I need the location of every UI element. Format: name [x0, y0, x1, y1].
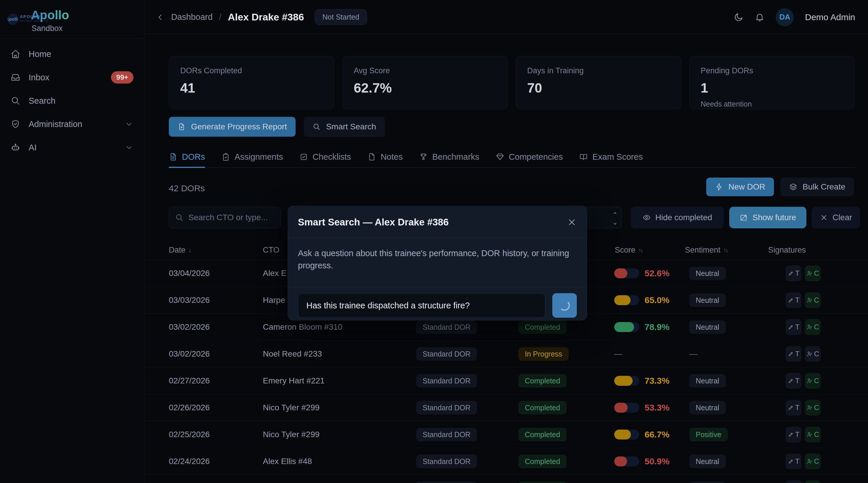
stat-card: Days in Training 70	[516, 56, 681, 109]
user-name[interactable]: Demo Admin	[805, 12, 855, 22]
column-header-date[interactable]: Date↓	[169, 240, 190, 260]
cell-sentiment: Neutral	[689, 448, 726, 475]
trainee-signature-badge[interactable]: T	[786, 427, 801, 442]
trainee-signature-badge[interactable]: T	[786, 346, 801, 362]
pencil-icon	[788, 405, 794, 411]
cell-score: 73.3%	[614, 367, 670, 394]
trainee-signature-badge[interactable]: T	[786, 400, 801, 416]
stat-value: 62.7%	[354, 80, 496, 96]
cell-date: 03/02/2026	[169, 341, 210, 367]
stat-value: 41	[180, 80, 323, 96]
theme-moon-icon[interactable]	[734, 12, 744, 22]
file-download-icon	[178, 123, 186, 131]
cto-signature-badge[interactable]: C	[805, 346, 821, 362]
table-row[interactable]: 02/24/2026 Alex Ellis #48 Standard DOR C…	[144, 448, 868, 475]
sidebar: Apollo APOLLO TRAINING CONDUCTOR Apollo …	[0, 0, 144, 483]
table-row[interactable]: 02/26/2026 Nico Tyler #299 Standard DOR …	[144, 394, 868, 421]
score-bar	[614, 268, 639, 278]
trainee-signature-badge[interactable]: T	[786, 292, 801, 308]
hide-completed-label: Hide completed	[655, 213, 712, 222]
hide-completed-button[interactable]: Hide completed	[631, 207, 724, 228]
cto-signature-badge[interactable]: C	[805, 373, 821, 389]
tab-assignments[interactable]: Assignments	[221, 147, 283, 168]
table-row[interactable]: 02/25/2026 Nico Tyler #299 Standard DOR …	[144, 421, 868, 448]
clear-label: Clear	[833, 213, 852, 222]
clear-filters-button[interactable]: Clear	[812, 207, 860, 228]
cell-sentiment: Neutral	[689, 314, 726, 341]
sidebar-item-ai[interactable]: AI	[0, 136, 144, 159]
cto-signature-badge[interactable]: C	[805, 427, 821, 442]
show-future-button[interactable]: Show future	[729, 207, 806, 228]
breadcrumb-dashboard[interactable]: Dashboard	[171, 12, 213, 22]
sidebar-item-administration[interactable]: Administration	[0, 112, 144, 136]
column-header-sentiment[interactable]: Sentiment↑↓	[685, 240, 727, 260]
cell-signatures: T C	[786, 421, 821, 448]
cell-sentiment: Neutral	[689, 367, 726, 394]
modal-footer	[288, 287, 587, 324]
cell-type: Standard DOR	[416, 421, 477, 448]
search-icon	[175, 213, 184, 222]
cto-signature-badge[interactable]: C	[805, 292, 821, 308]
table-row[interactable]: 02/27/2026 Emery Hart #221 Standard DOR …	[144, 367, 868, 394]
cell-sentiment: —	[689, 341, 698, 367]
modal-close-icon[interactable]	[567, 217, 577, 227]
table-row[interactable]: 03/02/2026 Noel Reed #233 Standard DOR I…	[144, 341, 868, 367]
trainee-signature-badge[interactable]: T	[786, 480, 801, 483]
smart-search-button[interactable]: Smart Search	[304, 117, 385, 137]
cell-type: Standard DOR	[416, 341, 477, 367]
notifications-bell-icon[interactable]	[755, 12, 765, 22]
trainee-signature-badge[interactable]: T	[786, 453, 801, 469]
table-row[interactable]: 02/23/2026 Quinn Frost #277 Standard DOR…	[144, 475, 868, 483]
cto-signature-badge[interactable]: C	[805, 453, 821, 469]
user-avatar[interactable]: DA	[776, 8, 794, 26]
cto-signature-badge[interactable]: C	[805, 265, 821, 281]
tab-checklists[interactable]: Checklists	[299, 147, 351, 168]
new-dor-button[interactable]: New DOR	[706, 178, 774, 196]
cell-type: Standard DOR	[416, 394, 477, 421]
tab-benchmarks[interactable]: Benchmarks	[419, 147, 479, 168]
cell-cto: Noel Reed #233	[263, 341, 322, 367]
clipboard-icon	[221, 153, 230, 161]
stat-note: Needs attention	[701, 100, 843, 108]
person-check-icon	[806, 405, 813, 411]
cto-signature-badge[interactable]: C	[805, 400, 821, 416]
sidebar-item-search[interactable]: Search	[0, 89, 144, 112]
sentiment-badge: Neutral	[689, 401, 726, 414]
back-chevron-icon[interactable]	[156, 13, 165, 22]
cell-date: 02/24/2026	[169, 448, 210, 475]
sentiment-badge: Neutral	[689, 293, 726, 307]
cto-search-input[interactable]	[188, 213, 275, 222]
sidebar-item-inbox[interactable]: Inbox 99+	[0, 66, 144, 89]
column-header-score[interactable]: Score↑↓	[615, 240, 643, 260]
sort-desc-icon: ↓	[188, 247, 190, 254]
select-updown-icon: ⌃⌄	[613, 211, 617, 226]
tab-exam-scores[interactable]: Exam Scores	[579, 147, 643, 168]
question-input[interactable]	[298, 293, 545, 318]
cell-score: 78.9%	[614, 314, 670, 341]
tab-label: Competencies	[509, 152, 563, 162]
stat-card: DORs Completed 41	[169, 56, 334, 109]
trainee-signature-badge[interactable]: T	[786, 373, 801, 389]
generate-progress-report-button[interactable]: Generate Progress Report	[169, 117, 296, 137]
column-header-signatures: Signatures	[768, 240, 806, 260]
cto-signature-badge[interactable]: C	[805, 319, 821, 335]
trainee-signature-badge[interactable]: T	[786, 265, 801, 281]
sidebar-item-home[interactable]: Home	[0, 42, 144, 66]
tab-dors[interactable]: DORs	[169, 147, 205, 168]
trainee-signature-badge[interactable]: T	[786, 319, 801, 335]
tab-notes[interactable]: Notes	[367, 147, 403, 168]
tab-competencies[interactable]: Competencies	[496, 147, 563, 168]
bulk-create-label: Bulk Create	[803, 182, 845, 192]
bulk-create-button[interactable]: Bulk Create	[780, 178, 854, 196]
score-value: 66.7%	[645, 429, 670, 440]
score-bar	[614, 403, 639, 413]
cto-signature-badge[interactable]: C	[805, 480, 821, 483]
sentiment-badge: Neutral	[689, 455, 726, 468]
smart-search-modal: Smart Search — Alex Drake #386 Ask a que…	[288, 206, 587, 320]
eye-icon	[643, 214, 651, 222]
cell-signatures: T C	[786, 448, 821, 475]
top-bar: Dashboard / Alex Drake #386 Not Started …	[144, 0, 868, 34]
sort-both-icon: ↑↓	[723, 247, 727, 254]
submit-question-button[interactable]	[552, 293, 577, 318]
cell-type: Standard DOR	[416, 448, 477, 475]
